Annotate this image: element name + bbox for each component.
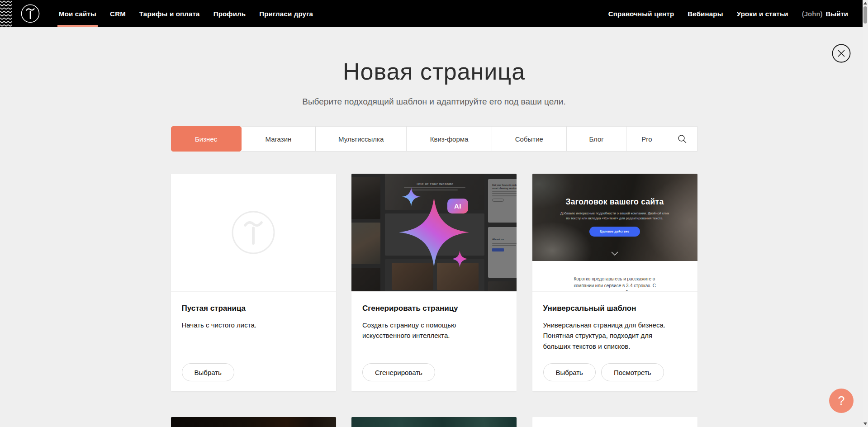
nav-item-label: Тарифы и оплата <box>139 10 200 18</box>
user-name: (John) <box>802 10 823 18</box>
nav-item-webinars[interactable]: Вебинары <box>681 0 730 27</box>
card-description: Создать страницу с помощью искусственног… <box>362 320 471 341</box>
blank-preview <box>171 174 336 292</box>
choose-button[interactable]: Выбрать <box>543 363 596 381</box>
close-icon <box>832 44 851 63</box>
zigzag-pattern-decoration <box>0 0 12 27</box>
tab-quiz-form[interactable]: Квиз-форма <box>407 126 492 152</box>
hero-title: Заголовок вашего сайта <box>532 197 697 207</box>
template-hero: Заголовок вашего сайта Добавьте интересн… <box>532 174 697 261</box>
card-info: Универсальный шаблон Универсальная стран… <box>532 292 697 391</box>
ai-sparkles <box>351 174 517 291</box>
tab-business[interactable]: Бизнес <box>171 126 242 152</box>
tab-label: Событие <box>515 135 543 143</box>
tab-label: Бизнес <box>195 135 217 143</box>
page-title: Новая страница <box>0 58 868 85</box>
template-card-universal[interactable]: Заголовок вашего сайта Добавьте интересн… <box>532 174 697 391</box>
tab-label: Магазин <box>265 135 291 143</box>
hero-content: Заголовок вашего сайта Добавьте интересн… <box>532 174 697 261</box>
nav-item-label: Профиль <box>213 10 246 18</box>
tab-blog[interactable]: Блог <box>567 126 626 152</box>
partial-preview-dark <box>171 417 336 427</box>
chevron-down-icon <box>611 251 618 256</box>
nav-item-label: Вебинары <box>688 10 723 18</box>
card-description: Начать с чистого листа. <box>182 320 318 330</box>
hero-subtitle: Добавьте интересные подробности о вашей … <box>558 211 671 221</box>
logout-link[interactable]: Выйти <box>826 10 848 18</box>
nav-item-tariffs[interactable]: Тарифы и оплата <box>133 0 207 27</box>
search-icon <box>677 134 687 144</box>
card-actions: Выбрать <box>182 363 325 381</box>
nav-item-label: Уроки и статьи <box>737 10 788 18</box>
card-title: Пустая страница <box>182 304 325 313</box>
hero-cta-button: Целевое действие <box>589 227 640 237</box>
card-title: Сгенерировать страницу <box>362 304 506 313</box>
card-info: Сгенерировать страницу Создать страницу … <box>351 292 517 391</box>
nav-item-label: Справочный центр <box>608 10 674 18</box>
card-title: Универсальный шаблон <box>543 304 687 313</box>
tab-pro[interactable]: Pro <box>626 126 667 152</box>
card-actions: Выбрать Посмотреть <box>543 363 687 381</box>
template-body-text: Коротко представьтесь и расскажите о ком… <box>574 275 671 292</box>
tab-label: Мультиссылка <box>338 135 384 143</box>
preview-button[interactable]: Посмотреть <box>601 363 664 381</box>
nav-item-profile[interactable]: Профиль <box>207 0 253 27</box>
choose-button[interactable]: Выбрать <box>182 363 234 381</box>
nav-left-menu: Мои сайты CRM Тарифы и оплата Профиль Пр… <box>52 0 320 27</box>
nav-item-invite-friend[interactable]: Пригласи друга <box>252 0 320 27</box>
top-nav: Мои сайты CRM Тарифы и оплата Профиль Пр… <box>0 0 868 27</box>
scrollbar-thumb[interactable] <box>863 6 867 24</box>
card-info: Пустая страница Начать с чистого листа. … <box>171 292 336 391</box>
close-button[interactable] <box>832 44 851 63</box>
ai-collage-preview: Title of Your Website Get your house in … <box>351 174 517 292</box>
nav-item-label: Мои сайты <box>59 10 96 18</box>
tab-search[interactable] <box>667 126 697 152</box>
active-underline <box>57 25 98 27</box>
nav-item-my-sites[interactable]: Мои сайты <box>52 0 103 27</box>
tab-shop[interactable]: Магазин <box>242 126 316 152</box>
template-card-partial-3[interactable] <box>532 417 697 427</box>
nav-item-crm[interactable]: CRM <box>103 0 133 27</box>
nav-item-lessons[interactable]: Уроки и статьи <box>730 0 795 27</box>
question-mark-icon: ? <box>838 394 844 408</box>
sparkle-stars-icon <box>366 174 502 292</box>
tab-label: Квиз-форма <box>430 135 469 143</box>
nav-right-menu: Справочный центр Вебинары Уроки и статьи… <box>602 0 868 27</box>
template-card-ai-generate[interactable]: Title of Your Website Get your house in … <box>351 174 517 391</box>
template-card-partial-2[interactable] <box>351 417 517 427</box>
tab-event[interactable]: Событие <box>492 126 567 152</box>
nav-item-label: CRM <box>110 10 126 18</box>
card-description: Универсальная страница для бизнеса. Поня… <box>543 320 679 351</box>
template-grid: Пустая страница Начать с чистого листа. … <box>171 174 697 427</box>
nav-item-label: Пригласи друга <box>259 10 313 18</box>
partial-preview-white <box>532 417 697 427</box>
tilda-logo-icon[interactable] <box>20 4 40 24</box>
template-card-blank[interactable]: Пустая страница Начать с чистого листа. … <box>171 174 336 391</box>
scroll-up-arrow-icon[interactable] <box>863 2 867 5</box>
scroll-down-arrow-icon[interactable] <box>863 422 867 425</box>
tab-label: Блог <box>589 135 603 143</box>
generate-button[interactable]: Сгенерировать <box>362 363 435 381</box>
page-subtitle: Выберите подходящий шаблон и адаптируйте… <box>0 97 868 107</box>
tab-label: Pro <box>641 135 652 143</box>
partial-preview-teal <box>351 417 517 427</box>
help-button[interactable]: ? <box>829 389 854 413</box>
card-actions: Сгенерировать <box>362 363 506 381</box>
template-card-partial-1[interactable] <box>171 417 336 427</box>
tilda-watermark-icon <box>231 210 276 255</box>
vertical-scrollbar[interactable] <box>863 0 868 427</box>
template-category-tabs: Бизнес Магазин Мультиссылка Квиз-форма С… <box>171 126 697 152</box>
nav-user-block: (John) Выйти <box>795 0 848 27</box>
universal-template-preview: Заголовок вашего сайта Добавьте интересн… <box>532 174 697 292</box>
nav-item-help-center[interactable]: Справочный центр <box>602 0 681 27</box>
tab-multilink[interactable]: Мультиссылка <box>316 126 407 152</box>
ai-badge: AI <box>447 199 468 214</box>
